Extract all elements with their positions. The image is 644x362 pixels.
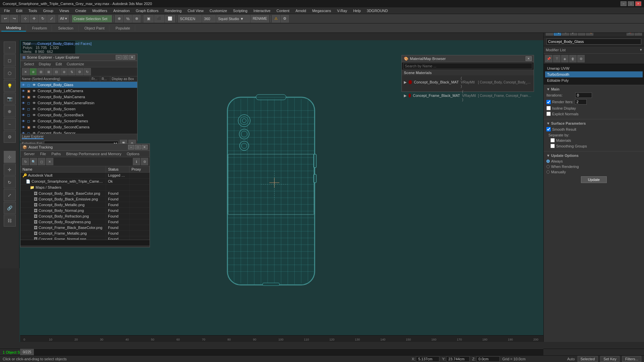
tab-freeform[interactable]: Freeform (28, 25, 52, 31)
se-menu-display[interactable]: Display (37, 62, 53, 66)
table-row[interactable]: 🖼 Concept_Body_Refraction.pngFound (20, 214, 150, 219)
ts-isoline-check[interactable] (546, 106, 551, 110)
scale-button[interactable]: ⤢ (47, 15, 55, 22)
menu-item-arnold[interactable]: Arnold (293, 8, 309, 13)
snap3-button[interactable]: ⊗ (132, 15, 141, 22)
tab-populate[interactable]: Populate (111, 25, 135, 31)
modifier-turbosmooth[interactable]: TurboSmooth (545, 71, 643, 77)
menu-item-customize[interactable]: Customize (207, 8, 230, 13)
ts-manually-radio[interactable] (546, 170, 550, 174)
tab-selection[interactable]: Selection (53, 25, 78, 31)
ts-render-iters-input[interactable] (575, 99, 587, 105)
modifier-config-icon[interactable]: ⚙ (577, 55, 585, 62)
se-options-icon[interactable]: ⚙ (76, 68, 83, 75)
rename-button[interactable]: RENAME (251, 15, 269, 22)
sidebar-helpers[interactable]: ⊕ (4, 105, 16, 117)
sidebar-cameras[interactable]: 📷 (4, 93, 16, 105)
rotate-button[interactable]: ↻ (39, 15, 47, 22)
table-row[interactable]: 🖼 Concept_Frame_Normal.pngFound (20, 236, 150, 240)
ts-iterations-input[interactable] (575, 93, 592, 98)
menu-item-3dground[interactable]: 3DGROUND (364, 8, 391, 13)
table-row[interactable]: 🖼 Concept_Body_Roughness.pngFound (20, 219, 150, 225)
ts-explicit-normals-check[interactable] (546, 112, 551, 116)
filters-button[interactable]: Filters... (622, 356, 641, 362)
se-minimize-button[interactable]: – (116, 55, 122, 60)
at-find-icon[interactable]: 🔍 (30, 158, 37, 165)
se-menu-select[interactable]: Select (22, 62, 36, 66)
at-maximize[interactable]: □ (135, 145, 141, 149)
menu-item-help[interactable]: Help (351, 8, 364, 13)
at-text-input[interactable] (22, 241, 148, 245)
tree-item-screen-frames[interactable]: 👁 ◻ 👁 Concept_Body_ScreenFrames (20, 118, 137, 124)
tree-item-second-camera[interactable]: 👁 ▣ 👁 Concept_Body_SecondCamera (20, 124, 137, 130)
tree-item-sencor[interactable]: 👁 ◻ 👁 Concept_Body_Sencor (20, 130, 137, 134)
menu-item-civil-view[interactable]: Civil View (185, 8, 206, 13)
object-name-input[interactable] (546, 39, 641, 45)
move-button[interactable]: ✛ (30, 15, 38, 22)
render-setup-button[interactable]: ▣ (144, 15, 154, 22)
menu-item-tools[interactable]: Tools (26, 8, 40, 13)
settings-button[interactable]: ⚙ (281, 15, 289, 22)
menu-item-animation[interactable]: Animation (111, 8, 132, 13)
se-menu-edit[interactable]: Edit (54, 62, 64, 66)
table-row[interactable]: 📁 Maps / Shaders (20, 185, 150, 191)
se-refresh-icon[interactable]: ↻ (84, 68, 91, 75)
at-minimize[interactable]: – (128, 145, 134, 149)
sidebar-move[interactable]: ✛ (4, 164, 16, 176)
menu-item-create[interactable]: Create (72, 8, 89, 13)
selected-badge[interactable]: Selected (578, 356, 598, 362)
ts-always-radio[interactable] (546, 160, 550, 163)
sidebar-create[interactable]: + (4, 42, 16, 54)
ts-materials-check[interactable] (550, 138, 555, 142)
render-button[interactable]: ⬛ (154, 15, 164, 22)
sidebar-link[interactable]: 🔗 (4, 202, 16, 214)
se-sort-icon[interactable]: ⇅ (68, 68, 75, 75)
table-row[interactable]: 🖼 Concept_Frame_Metallic.pngFound (20, 231, 150, 236)
sidebar-select[interactable]: ⊹ (4, 151, 16, 163)
at-menu-paths[interactable]: Paths (49, 152, 63, 156)
ts-when-rendering-radio[interactable] (546, 165, 550, 168)
at-menu-options[interactable]: Options (125, 152, 142, 156)
menu-item-v-ray[interactable]: V-Ray (334, 8, 350, 13)
at-remove-icon[interactable]: ✕ (46, 158, 53, 165)
tab-object-paint[interactable]: Object Paint (80, 25, 110, 31)
se-filter-icon[interactable]: ⊕ (30, 68, 37, 75)
make-unique-icon[interactable]: ◈ (561, 55, 569, 62)
se-hierarchy-icon[interactable]: ⊞ (37, 68, 45, 75)
tree-item-main-camera-resin[interactable]: 👁 ◻ 👁 Concept_Body_MainCameraResin (20, 100, 137, 106)
screen-dropdown[interactable]: SCREEN (178, 15, 202, 22)
tree-item-left-camera[interactable]: 👁 ▣ 👁 Concept_Body_LeftCamera (20, 88, 137, 94)
table-row[interactable]: 🖼 Concept_Body_Metallic.pngFound (20, 202, 150, 208)
ts-render-iters-check[interactable] (546, 100, 551, 104)
tree-item-screen-back[interactable]: 👁 ◻ 👁 Concept_Body_ScreenBack (20, 112, 137, 118)
remove-modifier-icon[interactable]: 🗑 (569, 55, 577, 62)
pin-modifier-icon[interactable]: 📌 (545, 55, 552, 62)
tree-item-concept-body-glass[interactable]: 👁 ◻ 👁 Concept_Body_Glass (20, 82, 137, 88)
table-row[interactable]: 🔑 Autodesk VaultLogged O... (20, 173, 150, 179)
ts-smoothing-groups-check[interactable] (550, 144, 555, 148)
ts-smooth-result-check[interactable] (546, 127, 551, 131)
redo-button[interactable]: ↪ (10, 15, 18, 22)
at-close[interactable]: ✕ (142, 145, 148, 149)
se-maximize-button[interactable]: □ (122, 55, 128, 60)
set-key-button[interactable]: Set Key (600, 356, 620, 362)
se-select-icon[interactable]: ⊠ (45, 68, 52, 75)
at-select-icon[interactable]: ◻ (38, 158, 45, 165)
se-menu-customize[interactable]: Customize (65, 62, 86, 66)
tree-item-screen[interactable]: 👁 ◻ 👁 Concept_Body_Screen (20, 106, 137, 112)
close-button[interactable]: ✕ (635, 1, 641, 6)
y-value-input[interactable] (446, 356, 470, 362)
sidebar-rotate[interactable]: ↻ (4, 176, 16, 188)
mb-mat-body-black[interactable]: ▶ Concept_Body_Black_MAT ( VRayMtl ) [ C… (402, 75, 534, 89)
select-button[interactable]: ⊹ (21, 15, 29, 22)
timeline-bar[interactable]: 0 / 225 (20, 349, 543, 355)
se-invert-icon[interactable]: ⊛ (60, 68, 68, 75)
at-refresh-icon[interactable]: ↻ (22, 158, 29, 165)
modifier-editable-poly[interactable]: Editable Poly (545, 77, 643, 83)
menu-item-group[interactable]: Group (40, 8, 56, 13)
mb-search-input[interactable] (403, 63, 532, 69)
table-row[interactable]: 🖼 Concept_Frame_Black_BaseColor.pngFound (20, 225, 150, 231)
at-info-icon[interactable]: ℹ (133, 158, 140, 165)
se-close-button[interactable]: ✕ (129, 55, 135, 60)
at-menu-bitmap[interactable]: Bitmap Performance and Memory (64, 152, 123, 156)
